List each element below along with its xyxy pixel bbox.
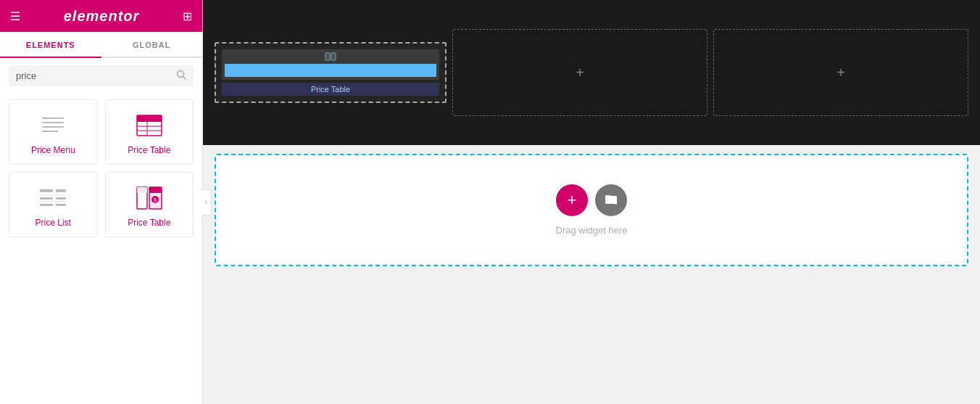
price-table-1-label: Price Table — [128, 145, 170, 155]
svg-rect-22 — [149, 187, 162, 193]
drag-widget-text: Drag widget here — [556, 225, 628, 236]
dragged-widget-label: Price Table — [222, 83, 439, 96]
column-drop-zone-1[interactable]: + — [452, 29, 707, 116]
price-list-icon — [35, 184, 71, 212]
svg-text:$: $ — [154, 197, 157, 202]
widget-grid: Price Menu Price Table — [0, 94, 202, 243]
chevron-left-icon: ‹ — [205, 198, 207, 206]
svg-rect-12 — [56, 189, 66, 192]
price-table-2-label: Price Table — [128, 218, 170, 228]
sidebar-collapse-handle[interactable]: ‹ — [202, 189, 212, 215]
svg-line-1 — [183, 77, 186, 80]
widget-mini-icons — [225, 52, 436, 61]
dark-section: Price Table + + — [203, 0, 980, 145]
widget-price-table-2[interactable]: $ Price Table — [105, 172, 194, 237]
price-table-2-icon: $ — [131, 184, 167, 212]
plus-icon-1: + — [576, 65, 584, 81]
column-drop-zone-2[interactable]: + — [713, 29, 968, 116]
svg-rect-14 — [40, 197, 53, 199]
tab-elements[interactable]: ELEMENTS — [0, 32, 101, 58]
drag-widget-buttons: + — [556, 184, 627, 216]
hamburger-icon[interactable]: ☰ — [10, 9, 20, 23]
light-drop-section[interactable]: + Drag widget here — [215, 154, 968, 266]
widget-inner — [222, 49, 439, 80]
plus-add-icon: + — [568, 191, 577, 210]
search-bar — [9, 65, 194, 86]
svg-rect-28 — [605, 195, 610, 197]
dragged-widget-container: Price Table — [215, 42, 447, 103]
svg-rect-26 — [331, 53, 336, 60]
svg-rect-7 — [137, 115, 162, 122]
widget-drop-area[interactable]: Price Table — [215, 42, 447, 103]
widget-price-table-1[interactable]: Price Table — [105, 99, 194, 165]
add-section-button[interactable]: + — [556, 184, 588, 216]
search-icon[interactable] — [176, 70, 186, 82]
svg-rect-17 — [40, 204, 53, 206]
svg-rect-11 — [40, 189, 53, 192]
price-list-label: Price List — [36, 218, 71, 228]
canvas-area: Price Table + + + — [203, 0, 980, 404]
elementor-logo: elementor — [64, 8, 140, 25]
tab-global[interactable]: GLOBAL — [101, 32, 203, 57]
price-menu-icon — [35, 112, 71, 139]
svg-rect-20 — [137, 187, 147, 193]
svg-rect-25 — [325, 53, 330, 60]
price-table-blue-bar — [225, 64, 436, 77]
svg-rect-18 — [56, 204, 66, 206]
price-table-1-icon — [131, 112, 167, 139]
widget-price-menu[interactable]: Price Menu — [9, 99, 98, 165]
price-menu-label: Price Menu — [31, 145, 75, 155]
plus-icon-2: + — [836, 65, 845, 81]
grid-icon[interactable]: ⊞ — [183, 9, 192, 23]
template-folder-button[interactable] — [595, 184, 627, 216]
sidebar: ☰ elementor ⊞ ELEMENTS GLOBAL — [0, 0, 203, 404]
sidebar-header: ☰ elementor ⊞ — [0, 0, 202, 32]
svg-rect-15 — [56, 197, 66, 199]
sidebar-tabs: ELEMENTS GLOBAL — [0, 32, 202, 58]
widget-price-list[interactable]: Price List — [9, 172, 98, 237]
folder-icon — [604, 191, 618, 210]
search-input[interactable] — [16, 70, 176, 81]
